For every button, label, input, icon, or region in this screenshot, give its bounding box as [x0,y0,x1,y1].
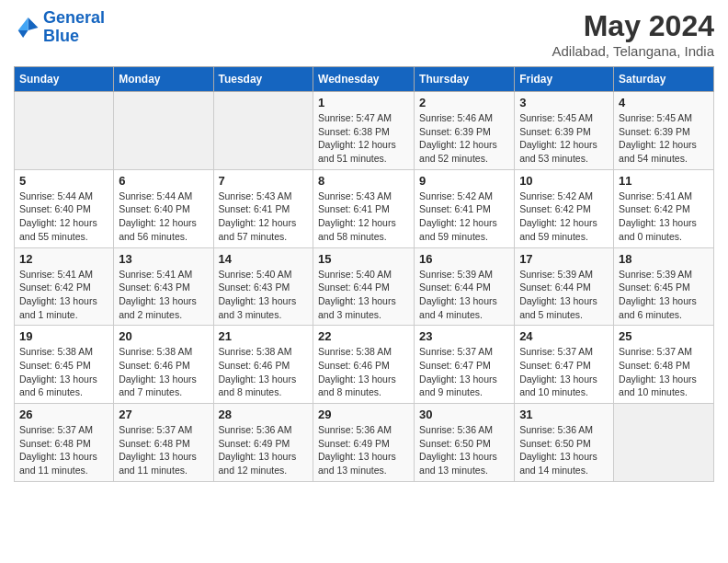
logo-line1: General [43,8,105,27]
day-info: Sunrise: 5:36 AM Sunset: 6:49 PM Dayligh… [318,423,409,477]
weekday-header-thursday: Thursday [415,67,515,92]
calendar-cell: 6Sunrise: 5:44 AM Sunset: 6:40 PM Daylig… [114,169,213,247]
calendar-cell [213,92,313,170]
day-info: Sunrise: 5:44 AM Sunset: 6:40 PM Dayligh… [19,190,108,244]
calendar-cell: 9Sunrise: 5:42 AM Sunset: 6:41 PM Daylig… [415,169,515,247]
day-info: Sunrise: 5:38 AM Sunset: 6:45 PM Dayligh… [19,345,108,399]
calendar-cell: 25Sunrise: 5:37 AM Sunset: 6:48 PM Dayli… [614,326,714,404]
weekday-header-saturday: Saturday [614,67,714,92]
day-info: Sunrise: 5:41 AM Sunset: 6:43 PM Dayligh… [119,268,208,322]
day-number: 25 [619,329,709,343]
day-number: 29 [318,408,409,421]
calendar-cell: 8Sunrise: 5:43 AM Sunset: 6:41 PM Daylig… [313,169,415,247]
day-number: 10 [519,174,609,188]
logo-icon [14,15,40,40]
day-number: 9 [419,174,509,188]
day-info: Sunrise: 5:41 AM Sunset: 6:42 PM Dayligh… [619,190,709,244]
calendar-cell: 30Sunrise: 5:36 AM Sunset: 6:50 PM Dayli… [415,404,515,482]
calendar-cell: 15Sunrise: 5:40 AM Sunset: 6:44 PM Dayli… [313,247,415,326]
day-info: Sunrise: 5:39 AM Sunset: 6:44 PM Dayligh… [419,268,509,322]
day-info: Sunrise: 5:36 AM Sunset: 6:49 PM Dayligh… [219,423,309,477]
calendar-cell: 16Sunrise: 5:39 AM Sunset: 6:44 PM Dayli… [415,247,515,326]
calendar-cell [114,92,213,170]
day-number: 19 [19,329,108,343]
calendar-cell: 29Sunrise: 5:36 AM Sunset: 6:49 PM Dayli… [313,404,415,482]
logo: General Blue [14,9,105,46]
week-row-5: 26Sunrise: 5:37 AM Sunset: 6:48 PM Dayli… [15,404,714,482]
day-number: 6 [119,174,208,188]
day-info: Sunrise: 5:42 AM Sunset: 6:41 PM Dayligh… [419,190,509,244]
day-info: Sunrise: 5:37 AM Sunset: 6:48 PM Dayligh… [119,423,208,477]
day-info: Sunrise: 5:36 AM Sunset: 6:50 PM Dayligh… [419,423,509,477]
day-number: 16 [419,252,509,266]
day-number: 18 [619,252,709,266]
day-number: 1 [318,96,409,109]
week-row-1: 1Sunrise: 5:47 AM Sunset: 6:38 PM Daylig… [15,92,714,170]
day-info: Sunrise: 5:43 AM Sunset: 6:41 PM Dayligh… [318,190,409,244]
calendar-cell: 18Sunrise: 5:39 AM Sunset: 6:45 PM Dayli… [614,247,714,326]
day-number: 24 [519,329,609,343]
day-number: 8 [318,174,409,188]
header: General Blue May 2024 Adilabad, Telangan… [14,9,714,59]
day-number: 12 [19,252,108,266]
day-info: Sunrise: 5:45 AM Sunset: 6:39 PM Dayligh… [619,111,709,166]
calendar-cell: 17Sunrise: 5:39 AM Sunset: 6:44 PM Dayli… [515,247,614,326]
calendar-cell: 26Sunrise: 5:37 AM Sunset: 6:48 PM Dayli… [15,404,114,482]
day-number: 14 [219,252,309,266]
calendar-cell: 23Sunrise: 5:37 AM Sunset: 6:47 PM Dayli… [415,326,515,404]
calendar-cell: 4Sunrise: 5:45 AM Sunset: 6:39 PM Daylig… [614,92,714,170]
day-info: Sunrise: 5:38 AM Sunset: 6:46 PM Dayligh… [119,345,208,399]
weekday-header-monday: Monday [114,67,213,92]
week-row-3: 12Sunrise: 5:41 AM Sunset: 6:42 PM Dayli… [15,247,714,326]
day-info: Sunrise: 5:39 AM Sunset: 6:45 PM Dayligh… [619,268,709,322]
calendar-cell: 22Sunrise: 5:38 AM Sunset: 6:46 PM Dayli… [313,326,415,404]
day-number: 17 [519,252,609,266]
day-info: Sunrise: 5:36 AM Sunset: 6:50 PM Dayligh… [519,423,609,477]
logo-line2: Blue [43,27,79,45]
calendar-cell: 3Sunrise: 5:45 AM Sunset: 6:39 PM Daylig… [515,92,614,170]
day-number: 30 [419,408,509,421]
day-info: Sunrise: 5:41 AM Sunset: 6:42 PM Dayligh… [19,268,108,322]
day-info: Sunrise: 5:42 AM Sunset: 6:42 PM Dayligh… [519,190,609,244]
week-row-2: 5Sunrise: 5:44 AM Sunset: 6:40 PM Daylig… [15,169,714,247]
day-number: 23 [419,329,509,343]
day-info: Sunrise: 5:38 AM Sunset: 6:46 PM Dayligh… [318,345,409,399]
calendar-table: SundayMondayTuesdayWednesdayThursdayFrid… [14,66,714,482]
title-area: May 2024 Adilabad, Telangana, India [552,9,714,59]
weekday-header-wednesday: Wednesday [313,67,415,92]
day-info: Sunrise: 5:37 AM Sunset: 6:48 PM Dayligh… [619,345,709,399]
calendar-cell: 5Sunrise: 5:44 AM Sunset: 6:40 PM Daylig… [15,169,114,247]
calendar-cell [15,92,114,170]
day-number: 5 [19,174,108,188]
weekday-header-friday: Friday [515,67,614,92]
day-info: Sunrise: 5:40 AM Sunset: 6:44 PM Dayligh… [318,268,409,322]
calendar-cell: 7Sunrise: 5:43 AM Sunset: 6:41 PM Daylig… [213,169,313,247]
day-info: Sunrise: 5:37 AM Sunset: 6:48 PM Dayligh… [19,423,108,477]
weekday-header-row: SundayMondayTuesdayWednesdayThursdayFrid… [15,67,714,92]
day-number: 31 [519,408,609,421]
day-number: 22 [318,329,409,343]
day-number: 11 [619,174,709,188]
subtitle: Adilabad, Telangana, India [552,43,714,59]
calendar-cell: 28Sunrise: 5:36 AM Sunset: 6:49 PM Dayli… [213,404,313,482]
day-info: Sunrise: 5:37 AM Sunset: 6:47 PM Dayligh… [519,345,609,399]
day-info: Sunrise: 5:47 AM Sunset: 6:38 PM Dayligh… [318,111,409,166]
day-info: Sunrise: 5:43 AM Sunset: 6:41 PM Dayligh… [219,190,309,244]
calendar-cell [614,404,714,482]
day-info: Sunrise: 5:38 AM Sunset: 6:46 PM Dayligh… [219,345,309,399]
day-number: 4 [619,96,709,109]
calendar-cell: 21Sunrise: 5:38 AM Sunset: 6:46 PM Dayli… [213,326,313,404]
calendar-cell: 20Sunrise: 5:38 AM Sunset: 6:46 PM Dayli… [114,326,213,404]
main-title: May 2024 [552,9,714,43]
calendar-cell: 1Sunrise: 5:47 AM Sunset: 6:38 PM Daylig… [313,92,415,170]
day-number: 2 [419,96,509,109]
day-info: Sunrise: 5:39 AM Sunset: 6:44 PM Dayligh… [519,268,609,322]
calendar-cell: 14Sunrise: 5:40 AM Sunset: 6:43 PM Dayli… [213,247,313,326]
day-number: 28 [219,408,309,421]
day-number: 21 [219,329,309,343]
day-number: 13 [119,252,208,266]
day-info: Sunrise: 5:46 AM Sunset: 6:39 PM Dayligh… [419,111,509,166]
day-info: Sunrise: 5:37 AM Sunset: 6:47 PM Dayligh… [419,345,509,399]
calendar-cell: 2Sunrise: 5:46 AM Sunset: 6:39 PM Daylig… [415,92,515,170]
calendar-cell: 13Sunrise: 5:41 AM Sunset: 6:43 PM Dayli… [114,247,213,326]
